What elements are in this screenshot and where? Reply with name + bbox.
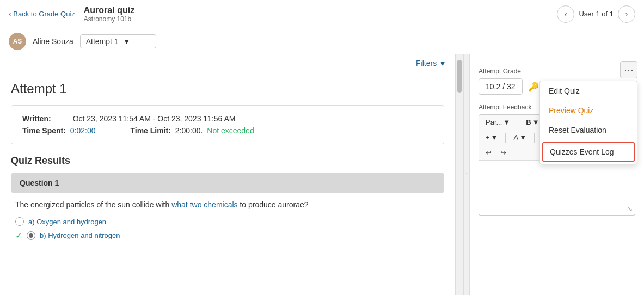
option-b: ✓ b) Hydrogen and nitrogen [15, 230, 440, 241]
filters-button[interactable]: Filters ▼ [416, 59, 446, 67]
written-row: Written: Oct 23, 2023 11:54 AM - Oct 23,… [22, 114, 433, 123]
right-panel: ⋯ Edit Quiz Preview Quiz Reset Evaluatio… [470, 54, 644, 295]
time-spent-value: 0:02:00 [70, 126, 96, 135]
course-name: Astronomy 101b [84, 15, 557, 23]
question-1-text: The energized particles of the sun colli… [11, 199, 444, 211]
answer-options: a) Oxygen and hydrogen ✓ b) Hydrogen and… [11, 217, 444, 241]
quiz-name: Auroral quiz [84, 5, 557, 15]
font-size-chevron: ▼ [519, 133, 526, 142]
time-spent-label: Time Spent: [22, 126, 66, 135]
paragraph-dropdown[interactable]: Par... ▼ [483, 117, 512, 127]
option-b-label: b) Hydrogen and nitrogen [40, 231, 120, 239]
left-panel: Filters ▼ Attempt 1 Written: Oct 23, 202… [0, 54, 456, 295]
add-button[interactable]: + ▼ [483, 132, 500, 143]
scrollbar-thumb[interactable] [457, 60, 462, 93]
sep1 [518, 118, 518, 127]
back-to-grade-quiz-link[interactable]: ‹ Back to Grade Quiz [9, 10, 75, 18]
check-icon: ✓ [15, 230, 22, 241]
option-a: a) Oxygen and hydrogen [15, 217, 440, 226]
redo-button[interactable]: ↪ [498, 148, 508, 158]
filters-chevron-icon: ▼ [439, 59, 446, 67]
avatar: AS [9, 33, 26, 50]
question-text-part2: to produce aurorae? [238, 200, 309, 209]
preview-quiz-label: Preview Quiz [549, 106, 593, 115]
header: ‹ Back to Grade Quiz Auroral quiz Astron… [0, 0, 644, 28]
time-row: Time Spent: 0:02:00 Time Limit: 2:00:00.… [22, 126, 433, 135]
reset-evaluation-item[interactable]: Reset Evaluation [540, 120, 637, 140]
scrollbar [456, 54, 463, 295]
paragraph-chevron: ▼ [503, 118, 510, 126]
header-nav: ‹ User 1 of 1 › [557, 5, 635, 23]
radio-a [15, 217, 24, 226]
bold-button[interactable]: B ▼ [524, 117, 541, 127]
avatar-initials: AS [13, 38, 22, 45]
edit-quiz-label: Edit Quiz [549, 87, 580, 95]
add-icon: + [486, 133, 490, 142]
reset-evaluation-label: Reset Evaluation [549, 126, 606, 134]
time-limit-status: Not exceeded [207, 126, 254, 135]
undo-icon: ↩ [486, 149, 492, 157]
prev-user-button[interactable]: ‹ [557, 5, 574, 23]
filters-label: Filters [416, 59, 437, 67]
quizzes-event-log-label: Quizzes Event Log [550, 148, 614, 156]
add-chevron: ▼ [491, 133, 498, 142]
font-size-button[interactable]: A ▼ [511, 132, 529, 143]
more-dots-icon: ⋯ [624, 64, 634, 76]
grade-box: 10.2 / 32 [479, 78, 523, 95]
paragraph-label: Par... [486, 118, 502, 126]
main-layout: Filters ▼ Attempt 1 Written: Oct 23, 202… [0, 54, 644, 295]
bold-chevron: ▼ [532, 118, 539, 126]
undo-button[interactable]: ↩ [483, 148, 494, 158]
quiz-results-title: Quiz Results [11, 155, 444, 167]
user-indicator: User 1 of 1 [579, 10, 614, 18]
preview-quiz-item[interactable]: Preview Quiz [540, 101, 637, 120]
prev-chevron-icon: ‹ [565, 10, 567, 19]
sub-header: AS Aline Souza Attempt 1 ▼ [0, 28, 644, 54]
more-options-button[interactable]: ⋯ [620, 61, 637, 78]
back-chevron-icon: ‹ [9, 10, 11, 18]
radio-b [27, 231, 35, 240]
user-name: Aline Souza [33, 37, 73, 46]
edit-quiz-item[interactable]: Edit Quiz [540, 81, 637, 101]
option-a-label: a) Oxygen and hydrogen [28, 218, 106, 226]
key-icon: 🔑 [528, 82, 539, 92]
sep4 [534, 133, 535, 143]
attempt-dropdown-label: Attempt 1 [86, 37, 119, 46]
bold-icon: B [526, 118, 531, 126]
content-area: Attempt 1 Written: Oct 23, 2023 11:54 AM… [0, 72, 455, 254]
resize-icon: ↘ [627, 205, 633, 213]
question-1-header: Question 1 [11, 173, 444, 193]
font-size-icon: A [513, 133, 518, 142]
filters-bar: Filters ▼ [0, 54, 455, 72]
radio-b-inner [29, 233, 33, 238]
next-chevron-icon: › [625, 10, 628, 19]
attempt-title: Attempt 1 [11, 81, 444, 96]
attempt-info-box: Written: Oct 23, 2023 11:54 AM - Oct 23,… [11, 105, 444, 144]
attempt-dropdown[interactable]: Attempt 1 ▼ [80, 34, 156, 48]
header-title-block: Auroral quiz Astronomy 101b [84, 5, 557, 23]
dropdown-chevron-icon: ▼ [123, 37, 131, 46]
quizzes-event-log-item[interactable]: Quizzes Event Log [542, 142, 635, 162]
question-text-highlight: what two chemicals [171, 200, 237, 209]
time-limit-value: 2:00:00. [175, 126, 203, 135]
written-value: Oct 23, 2023 11:54 AM - Oct 23, 2023 11:… [73, 114, 236, 123]
written-label: Written: [22, 114, 51, 123]
attempt-grade-label: Attempt Grade [479, 67, 635, 75]
redo-icon: ↪ [500, 149, 506, 157]
back-label: Back to Grade Quiz [13, 10, 75, 18]
resize-handle[interactable]: ⋮ [463, 54, 470, 295]
question-text-part1: The energized particles of the sun colli… [15, 200, 171, 209]
next-user-button[interactable]: › [618, 5, 635, 23]
time-limit-label: Time Limit: [130, 126, 170, 135]
sep3 [505, 133, 506, 143]
dropdown-menu: Edit Quiz Preview Quiz Reset Evaluation … [539, 81, 637, 164]
feedback-text-area[interactable]: ↘ [479, 161, 635, 216]
